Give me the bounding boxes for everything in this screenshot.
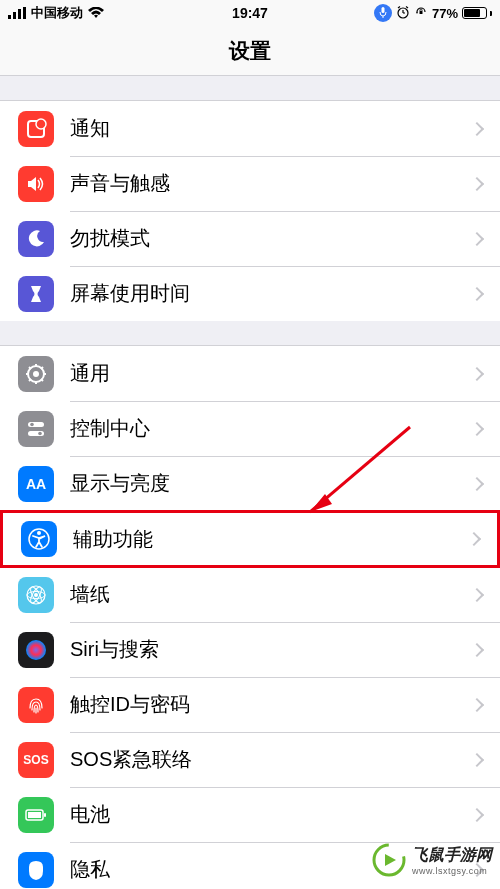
svg-rect-39 bbox=[28, 812, 41, 818]
status-bar: 中国移动 19:47 77% bbox=[0, 0, 500, 26]
orientation-lock-icon bbox=[414, 5, 428, 22]
touchid-icon bbox=[18, 687, 54, 723]
row-siri[interactable]: Siri与搜索 bbox=[0, 622, 500, 677]
privacy-icon bbox=[18, 852, 54, 888]
chevron-icon bbox=[467, 532, 481, 546]
siri-icon bbox=[18, 632, 54, 668]
svg-line-9 bbox=[398, 6, 400, 8]
accessibility-icon bbox=[21, 521, 57, 557]
chevron-icon bbox=[470, 286, 484, 300]
row-screentime[interactable]: 屏幕使用时间 bbox=[0, 266, 500, 321]
row-touchid[interactable]: 触控ID与密码 bbox=[0, 677, 500, 732]
svg-point-37 bbox=[26, 640, 46, 660]
svg-point-31 bbox=[37, 531, 41, 535]
settings-section-2: 通用 控制中心 AA 显示与亮度 辅助功能 墙纸 Siri与搜索 bbox=[0, 345, 500, 889]
svg-line-21 bbox=[29, 367, 31, 369]
svg-line-23 bbox=[29, 379, 31, 381]
row-battery[interactable]: 电池 bbox=[0, 787, 500, 842]
row-sounds[interactable]: 声音与触感 bbox=[0, 156, 500, 211]
svg-rect-3 bbox=[23, 7, 26, 19]
status-left: 中国移动 bbox=[8, 4, 104, 22]
svg-point-36 bbox=[34, 593, 38, 597]
row-display[interactable]: AA 显示与亮度 bbox=[0, 456, 500, 511]
row-label: 屏幕使用时间 bbox=[70, 280, 472, 307]
row-label: 勿扰模式 bbox=[70, 225, 472, 252]
row-label: 显示与亮度 bbox=[70, 470, 472, 497]
sos-icon-text: SOS bbox=[23, 753, 48, 767]
row-label: 声音与触感 bbox=[70, 170, 472, 197]
signal-icon bbox=[8, 7, 26, 19]
row-label: 通用 bbox=[70, 360, 472, 387]
page-title-text: 设置 bbox=[229, 37, 271, 65]
carrier-label: 中国移动 bbox=[31, 4, 83, 22]
svg-point-28 bbox=[38, 431, 42, 435]
chevron-icon bbox=[470, 121, 484, 135]
status-right: 77% bbox=[374, 4, 492, 22]
svg-rect-0 bbox=[8, 15, 11, 19]
watermark-logo-icon bbox=[372, 843, 406, 877]
svg-point-14 bbox=[36, 119, 46, 129]
sos-icon: SOS bbox=[18, 742, 54, 778]
battery-row-icon bbox=[18, 797, 54, 833]
wifi-icon bbox=[88, 7, 104, 19]
voice-control-icon bbox=[374, 4, 392, 22]
row-notifications[interactable]: 通知 bbox=[0, 101, 500, 156]
dnd-icon bbox=[18, 221, 54, 257]
row-general[interactable]: 通用 bbox=[0, 346, 500, 401]
svg-marker-45 bbox=[385, 854, 396, 866]
row-accessibility[interactable]: 辅助功能 bbox=[0, 510, 500, 568]
svg-line-10 bbox=[406, 6, 408, 8]
page-title: 设置 bbox=[0, 26, 500, 76]
row-wallpaper[interactable]: 墙纸 bbox=[0, 567, 500, 622]
chevron-icon bbox=[470, 176, 484, 190]
svg-rect-2 bbox=[18, 9, 21, 19]
status-time: 19:47 bbox=[232, 5, 268, 21]
row-label: 触控ID与密码 bbox=[70, 691, 472, 718]
row-label: 墙纸 bbox=[70, 581, 472, 608]
chevron-icon bbox=[470, 421, 484, 435]
svg-marker-11 bbox=[416, 12, 418, 14]
row-label: 辅助功能 bbox=[73, 526, 469, 553]
row-sos[interactable]: SOS SOS紧急联络 bbox=[0, 732, 500, 787]
sounds-icon bbox=[18, 166, 54, 202]
chevron-icon bbox=[470, 807, 484, 821]
watermark: 飞鼠手游网 www.lsxtgsy.com bbox=[364, 839, 500, 881]
wallpaper-icon bbox=[18, 577, 54, 613]
svg-rect-40 bbox=[44, 813, 46, 817]
row-dnd[interactable]: 勿扰模式 bbox=[0, 211, 500, 266]
svg-point-16 bbox=[33, 371, 39, 377]
alarm-icon bbox=[396, 5, 410, 22]
svg-rect-4 bbox=[381, 7, 384, 13]
display-icon: AA bbox=[18, 466, 54, 502]
chevron-icon bbox=[470, 231, 484, 245]
general-icon bbox=[18, 356, 54, 392]
watermark-url: www.lsxtgsy.com bbox=[412, 866, 492, 876]
screentime-icon bbox=[18, 276, 54, 312]
row-label: Siri与搜索 bbox=[70, 636, 472, 663]
chevron-icon bbox=[470, 697, 484, 711]
svg-rect-1 bbox=[13, 12, 16, 19]
battery-icon bbox=[462, 7, 492, 19]
settings-section-1: 通知 声音与触感 勿扰模式 屏幕使用时间 bbox=[0, 100, 500, 321]
watermark-brand: 飞鼠手游网 bbox=[412, 845, 492, 866]
row-label: SOS紧急联络 bbox=[70, 746, 472, 773]
row-label: 控制中心 bbox=[70, 415, 472, 442]
svg-line-22 bbox=[41, 379, 43, 381]
row-control-center[interactable]: 控制中心 bbox=[0, 401, 500, 456]
battery-percentage: 77% bbox=[432, 6, 458, 21]
chevron-icon bbox=[470, 642, 484, 656]
control-center-icon bbox=[18, 411, 54, 447]
svg-line-24 bbox=[41, 367, 43, 369]
row-label: 通知 bbox=[70, 115, 472, 142]
chevron-icon bbox=[470, 587, 484, 601]
row-label: 电池 bbox=[70, 801, 472, 828]
chevron-icon bbox=[470, 366, 484, 380]
svg-text:AA: AA bbox=[26, 476, 46, 492]
svg-rect-12 bbox=[419, 11, 422, 14]
chevron-icon bbox=[470, 476, 484, 490]
notifications-icon bbox=[18, 111, 54, 147]
chevron-icon bbox=[470, 752, 484, 766]
svg-point-26 bbox=[30, 422, 34, 426]
